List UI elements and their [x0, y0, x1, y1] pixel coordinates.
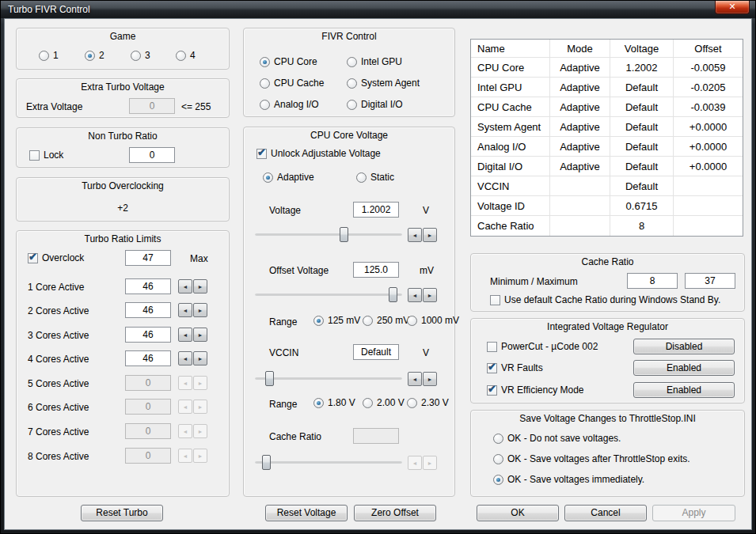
spinner-right-button[interactable]: ► — [193, 279, 207, 294]
reset-voltage-button[interactable]: Reset Voltage — [265, 505, 348, 521]
game-option-3[interactable]: 3 — [131, 50, 150, 61]
group-title: FIVR Control — [244, 31, 454, 42]
spin-left-icon: ◄ — [183, 308, 188, 313]
slider-thumb[interactable] — [265, 371, 274, 386]
mode-option-adaptive[interactable]: Adaptive — [263, 172, 314, 183]
slider-thumb[interactable] — [262, 455, 271, 470]
offset-unit-label: mV — [420, 265, 434, 276]
powercut-state-button[interactable]: Disabled — [633, 339, 735, 354]
spinner-left-button[interactable]: ◄ — [178, 279, 192, 294]
table-cell: 1.2002 — [610, 58, 674, 78]
mode-option-static[interactable]: Static — [356, 172, 394, 183]
cancel-button[interactable]: Cancel — [564, 505, 647, 521]
spinner-left-button: ◄ — [178, 424, 192, 438]
table-cell: Adaptive — [550, 78, 610, 97]
game-option-2[interactable]: 2 — [85, 50, 104, 61]
vr-efficiency-state-button[interactable]: Enabled — [633, 382, 735, 398]
cache-ratio-slider[interactable] — [255, 455, 402, 471]
spin-right-icon: ► — [198, 308, 203, 313]
fivr-option-system-agent[interactable]: System Agent — [347, 78, 420, 89]
voltage-label: Voltage — [269, 205, 301, 216]
vccin-range-180v[interactable]: 1.80 V — [313, 397, 355, 408]
spinner-left-button[interactable]: ◄ — [408, 372, 422, 386]
radio-icon — [263, 172, 273, 183]
checkbox-label: Unlock Adjustable Voltage — [271, 148, 381, 159]
core-row-label: 8 Cores Active — [28, 451, 89, 462]
voltage-field[interactable]: 1.2002 — [353, 202, 399, 218]
vr-faults-state-button[interactable]: Enabled — [633, 360, 735, 376]
save-option-save-immediately[interactable]: OK - Save voltages immediately. — [493, 474, 644, 485]
vccin-range-230v[interactable]: 2.30 V — [407, 397, 449, 408]
core-row-field[interactable]: 46 — [125, 327, 171, 343]
fivr-option-cpu-core[interactable]: CPU Core — [260, 56, 317, 67]
vr-efficiency-checkbox[interactable]: VR Efficiency Mode — [487, 384, 584, 396]
option-label: 2 — [99, 50, 104, 61]
radio-icon — [493, 475, 503, 485]
core-row-field[interactable]: 46 — [125, 302, 171, 318]
radio-icon — [347, 78, 357, 89]
title-bar[interactable]: Turbo FIVR Control ✕ — [1, 1, 755, 18]
unlock-adjustable-voltage-checkbox[interactable]: Unlock Adjustable Voltage — [256, 148, 381, 159]
vccin-slider[interactable] — [255, 371, 402, 387]
vccin-field[interactable]: Default — [353, 344, 399, 360]
offset-voltage-field[interactable]: 125.0 — [353, 262, 399, 278]
spinner-right-button[interactable]: ► — [193, 351, 207, 365]
fivr-option-digital-io[interactable]: Digital I/O — [347, 99, 403, 110]
vccin-range-200v[interactable]: 2.00 V — [363, 397, 405, 408]
spinner-right-button[interactable]: ► — [193, 303, 207, 317]
zero-offset-button[interactable]: Zero Offset — [354, 505, 436, 521]
non-turbo-ratio-field[interactable]: 0 — [129, 147, 175, 163]
spinner-right-button[interactable]: ► — [423, 288, 437, 302]
fivr-option-cpu-cache[interactable]: CPU Cache — [260, 78, 324, 89]
spinner-left-button[interactable]: ◄ — [178, 303, 192, 317]
overclock-value-field[interactable]: 47 — [125, 250, 171, 266]
standby-cache-ratio-checkbox[interactable]: Use default Cache Ratio during Windows S… — [490, 294, 720, 305]
voltage-slider[interactable] — [255, 227, 402, 243]
spin-left-icon: ◄ — [183, 332, 188, 338]
core-row-field[interactable]: 46 — [125, 350, 171, 366]
powercut-checkbox[interactable]: PowerCut - µCode 002 — [487, 341, 598, 352]
ok-button[interactable]: OK — [477, 505, 559, 521]
radio-icon — [313, 398, 324, 408]
checkbox-icon — [487, 385, 497, 396]
spinner-right-button[interactable]: ► — [423, 372, 437, 386]
spinner-left-button[interactable]: ◄ — [408, 228, 422, 242]
slider-thumb[interactable] — [389, 287, 397, 302]
spinner-left-button[interactable]: ◄ — [178, 351, 192, 365]
group-title: Save Voltage Changes to ThrottleStop.INI — [471, 413, 744, 424]
close-button[interactable]: ✕ — [715, 1, 750, 14]
game-option-1[interactable]: 1 — [39, 50, 59, 61]
offset-range-125mv[interactable]: 125 mV — [313, 315, 360, 326]
offset-range-1000mv[interactable]: 1000 mV — [407, 315, 459, 326]
spinner-right-button[interactable]: ► — [193, 328, 207, 342]
table-cell — [674, 216, 743, 236]
save-option-do-not-save[interactable]: OK - Do not save voltages. — [493, 433, 621, 444]
cache-ratio-min-field[interactable]: 8 — [627, 273, 678, 289]
fivr-option-analog-io[interactable]: Analog I/O — [260, 99, 319, 110]
spin-left-icon: ◄ — [183, 429, 188, 434]
cache-ratio-max-field[interactable]: 37 — [685, 273, 735, 289]
spin-right-icon: ► — [198, 381, 203, 386]
core-row-label: 7 Cores Active — [28, 426, 89, 437]
vr-faults-checkbox[interactable]: VR Faults — [487, 362, 543, 373]
reset-turbo-button[interactable]: Reset Turbo — [81, 505, 163, 521]
spinner-left-button[interactable]: ◄ — [178, 328, 192, 342]
group-save-voltage-changes: Save Voltage Changes to ThrottleStop.INI… — [470, 410, 745, 497]
core-row-field[interactable]: 46 — [125, 278, 171, 294]
overclock-checkbox[interactable]: Overclock — [28, 252, 84, 263]
option-label: Adaptive — [277, 172, 314, 183]
spin-left-icon: ◄ — [183, 284, 188, 290]
offset-range-250mv[interactable]: 250 mV — [363, 315, 409, 326]
core-row-label: 4 Cores Active — [28, 354, 89, 365]
radio-icon — [39, 51, 49, 61]
lock-checkbox[interactable]: Lock — [29, 150, 63, 161]
offset-voltage-slider[interactable] — [255, 287, 402, 303]
spinner-left-button[interactable]: ◄ — [408, 288, 422, 302]
spin-right-icon: ► — [427, 293, 433, 298]
save-option-save-on-exit[interactable]: OK - Save voltages after ThrottleStop ex… — [493, 453, 690, 464]
fivr-option-intel-gpu[interactable]: Intel GPU — [347, 56, 402, 67]
game-option-4[interactable]: 4 — [176, 50, 196, 61]
option-label: OK - Save voltages immediately. — [507, 474, 644, 485]
slider-thumb[interactable] — [340, 227, 348, 242]
spinner-right-button[interactable]: ► — [423, 228, 437, 242]
